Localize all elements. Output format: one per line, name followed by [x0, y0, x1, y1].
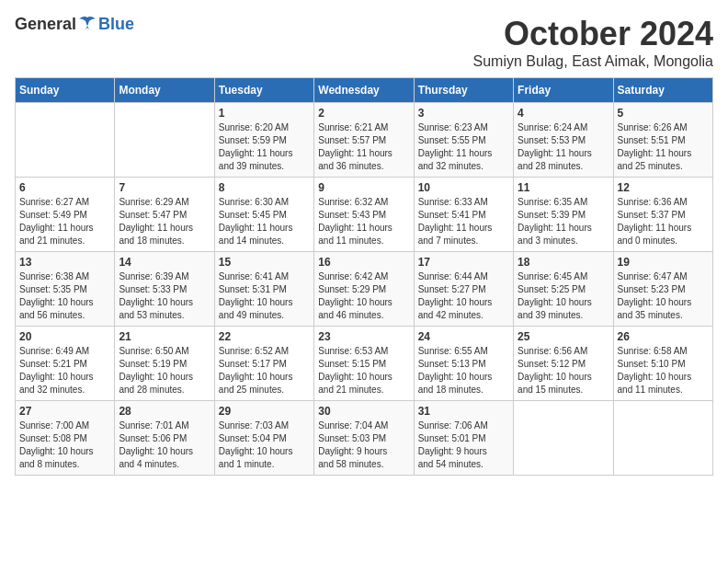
calendar-cell: 19Sunrise: 6:47 AM Sunset: 5:23 PM Dayli…	[613, 252, 712, 327]
calendar-cell: 1Sunrise: 6:20 AM Sunset: 5:59 PM Daylig…	[214, 103, 313, 178]
calendar-week-row: 20Sunrise: 6:49 AM Sunset: 5:21 PM Dayli…	[16, 327, 713, 401]
day-number: 13	[19, 256, 110, 269]
calendar-cell: 27Sunrise: 7:00 AM Sunset: 5:08 PM Dayli…	[16, 401, 115, 476]
day-info: Sunrise: 7:00 AM Sunset: 5:08 PM Dayligh…	[19, 419, 110, 471]
logo-general: General	[15, 15, 76, 34]
day-info: Sunrise: 6:41 AM Sunset: 5:31 PM Dayligh…	[219, 270, 310, 322]
calendar-cell: 22Sunrise: 6:52 AM Sunset: 5:17 PM Dayli…	[214, 327, 313, 401]
calendar-cell: 13Sunrise: 6:38 AM Sunset: 5:35 PM Dayli…	[16, 252, 115, 327]
day-number: 19	[618, 256, 709, 269]
day-number: 31	[418, 405, 509, 418]
calendar-cell	[613, 401, 712, 476]
calendar-cell: 24Sunrise: 6:55 AM Sunset: 5:13 PM Dayli…	[414, 327, 513, 401]
calendar-cell: 14Sunrise: 6:39 AM Sunset: 5:33 PM Dayli…	[115, 252, 214, 327]
calendar-cell: 8Sunrise: 6:30 AM Sunset: 5:45 PM Daylig…	[214, 178, 313, 252]
day-header-thursday: Thursday	[414, 78, 513, 103]
calendar-cell: 23Sunrise: 6:53 AM Sunset: 5:15 PM Dayli…	[314, 327, 414, 401]
day-info: Sunrise: 6:36 AM Sunset: 5:37 PM Dayligh…	[618, 196, 709, 247]
location-title: Sumiyn Bulag, East Aimak, Mongolia	[473, 53, 713, 70]
day-number: 25	[518, 330, 609, 343]
calendar-cell: 28Sunrise: 7:01 AM Sunset: 5:06 PM Dayli…	[115, 401, 214, 476]
day-info: Sunrise: 6:39 AM Sunset: 5:33 PM Dayligh…	[119, 270, 210, 322]
day-info: Sunrise: 6:44 AM Sunset: 5:27 PM Dayligh…	[418, 270, 509, 322]
day-number: 26	[618, 330, 709, 343]
day-info: Sunrise: 6:45 AM Sunset: 5:25 PM Dayligh…	[518, 270, 609, 322]
day-number: 20	[19, 330, 110, 343]
day-info: Sunrise: 6:53 AM Sunset: 5:15 PM Dayligh…	[318, 345, 409, 396]
day-info: Sunrise: 7:01 AM Sunset: 5:06 PM Dayligh…	[119, 419, 210, 471]
calendar-cell: 6Sunrise: 6:27 AM Sunset: 5:49 PM Daylig…	[16, 178, 115, 252]
calendar-cell	[115, 103, 214, 178]
day-number: 29	[219, 405, 310, 418]
calendar-cell: 4Sunrise: 6:24 AM Sunset: 5:53 PM Daylig…	[514, 103, 613, 178]
day-header-saturday: Saturday	[613, 78, 712, 103]
calendar-week-row: 27Sunrise: 7:00 AM Sunset: 5:08 PM Dayli…	[16, 401, 713, 476]
calendar-cell: 7Sunrise: 6:29 AM Sunset: 5:47 PM Daylig…	[115, 178, 214, 252]
day-info: Sunrise: 6:49 AM Sunset: 5:21 PM Dayligh…	[19, 345, 110, 396]
day-info: Sunrise: 6:58 AM Sunset: 5:10 PM Dayligh…	[618, 345, 709, 396]
day-info: Sunrise: 6:32 AM Sunset: 5:43 PM Dayligh…	[318, 196, 409, 247]
logo-blue: Blue	[98, 15, 134, 34]
day-number: 28	[119, 405, 210, 418]
calendar-cell: 5Sunrise: 6:26 AM Sunset: 5:51 PM Daylig…	[613, 103, 712, 178]
calendar-cell	[16, 103, 115, 178]
day-header-tuesday: Tuesday	[214, 78, 313, 103]
logo: General Blue	[15, 15, 134, 34]
day-number: 27	[19, 405, 110, 418]
calendar-cell: 21Sunrise: 6:50 AM Sunset: 5:19 PM Dayli…	[115, 327, 214, 401]
day-number: 24	[418, 330, 509, 343]
page-header: General Blue October 2024 Sumiyn Bulag, …	[15, 15, 713, 70]
logo-bird-icon	[77, 16, 97, 34]
day-number: 4	[518, 107, 609, 120]
calendar-cell: 20Sunrise: 6:49 AM Sunset: 5:21 PM Dayli…	[16, 327, 115, 401]
day-number: 15	[219, 256, 310, 269]
day-header-sunday: Sunday	[16, 78, 115, 103]
day-number: 3	[418, 107, 509, 120]
calendar-week-row: 6Sunrise: 6:27 AM Sunset: 5:49 PM Daylig…	[16, 178, 713, 252]
day-number: 11	[518, 181, 609, 194]
calendar-cell: 9Sunrise: 6:32 AM Sunset: 5:43 PM Daylig…	[314, 178, 414, 252]
calendar-cell: 26Sunrise: 6:58 AM Sunset: 5:10 PM Dayli…	[613, 327, 712, 401]
day-header-friday: Friday	[514, 78, 613, 103]
day-number: 16	[318, 256, 409, 269]
calendar-cell: 18Sunrise: 6:45 AM Sunset: 5:25 PM Dayli…	[514, 252, 613, 327]
day-number: 6	[19, 181, 110, 194]
day-info: Sunrise: 6:20 AM Sunset: 5:59 PM Dayligh…	[219, 121, 310, 173]
calendar-cell	[514, 401, 613, 476]
calendar-cell: 29Sunrise: 7:03 AM Sunset: 5:04 PM Dayli…	[214, 401, 313, 476]
day-info: Sunrise: 7:06 AM Sunset: 5:01 PM Dayligh…	[418, 419, 509, 471]
calendar-cell: 12Sunrise: 6:36 AM Sunset: 5:37 PM Dayli…	[613, 178, 712, 252]
month-title: October 2024	[473, 15, 713, 53]
day-number: 14	[119, 256, 210, 269]
day-info: Sunrise: 7:04 AM Sunset: 5:03 PM Dayligh…	[318, 419, 409, 471]
day-info: Sunrise: 6:47 AM Sunset: 5:23 PM Dayligh…	[618, 270, 709, 322]
day-info: Sunrise: 6:26 AM Sunset: 5:51 PM Dayligh…	[618, 121, 709, 173]
day-number: 21	[119, 330, 210, 343]
calendar-header-row: SundayMondayTuesdayWednesdayThursdayFrid…	[16, 78, 713, 103]
day-info: Sunrise: 6:55 AM Sunset: 5:13 PM Dayligh…	[418, 345, 509, 396]
day-number: 2	[318, 107, 409, 120]
day-info: Sunrise: 6:23 AM Sunset: 5:55 PM Dayligh…	[418, 121, 509, 173]
day-header-monday: Monday	[115, 78, 214, 103]
day-info: Sunrise: 6:35 AM Sunset: 5:39 PM Dayligh…	[518, 196, 609, 247]
day-info: Sunrise: 6:42 AM Sunset: 5:29 PM Dayligh…	[318, 270, 409, 322]
day-number: 30	[318, 405, 409, 418]
calendar-cell: 11Sunrise: 6:35 AM Sunset: 5:39 PM Dayli…	[514, 178, 613, 252]
calendar-cell: 15Sunrise: 6:41 AM Sunset: 5:31 PM Dayli…	[214, 252, 313, 327]
calendar-cell: 10Sunrise: 6:33 AM Sunset: 5:41 PM Dayli…	[414, 178, 513, 252]
calendar-cell: 3Sunrise: 6:23 AM Sunset: 5:55 PM Daylig…	[414, 103, 513, 178]
day-info: Sunrise: 7:03 AM Sunset: 5:04 PM Dayligh…	[219, 419, 310, 471]
day-info: Sunrise: 6:24 AM Sunset: 5:53 PM Dayligh…	[518, 121, 609, 173]
day-number: 12	[618, 181, 709, 194]
calendar-table: SundayMondayTuesdayWednesdayThursdayFrid…	[15, 77, 713, 476]
calendar-cell: 30Sunrise: 7:04 AM Sunset: 5:03 PM Dayli…	[314, 401, 414, 476]
day-number: 17	[418, 256, 509, 269]
day-info: Sunrise: 6:21 AM Sunset: 5:57 PM Dayligh…	[318, 121, 409, 173]
calendar-week-row: 1Sunrise: 6:20 AM Sunset: 5:59 PM Daylig…	[16, 103, 713, 178]
day-number: 8	[219, 181, 310, 194]
day-info: Sunrise: 6:50 AM Sunset: 5:19 PM Dayligh…	[119, 345, 210, 396]
day-info: Sunrise: 6:52 AM Sunset: 5:17 PM Dayligh…	[219, 345, 310, 396]
day-info: Sunrise: 6:56 AM Sunset: 5:12 PM Dayligh…	[518, 345, 609, 396]
day-header-wednesday: Wednesday	[314, 78, 414, 103]
day-number: 5	[618, 107, 709, 120]
